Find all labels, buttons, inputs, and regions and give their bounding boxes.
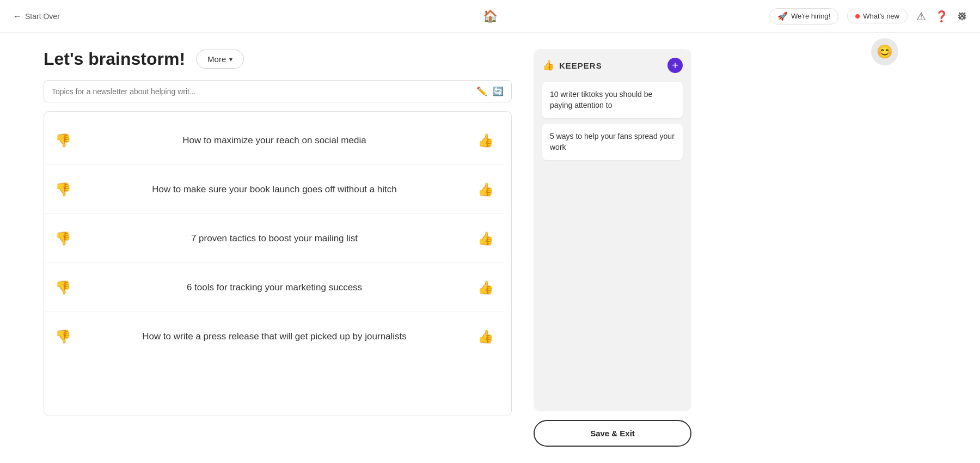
page-title: Let's brainstorm! xyxy=(44,49,185,69)
search-input[interactable] xyxy=(52,87,471,96)
main-content: Let's brainstorm! More ▾ ✏️ 🔄 👎 How to m… xyxy=(0,33,980,463)
more-button[interactable]: More ▾ xyxy=(196,50,244,69)
chevron-down-icon: ▾ xyxy=(229,56,232,63)
thumbs-up-button[interactable]: 👍 xyxy=(475,131,496,150)
thumbs-down-button[interactable]: 👎 xyxy=(53,278,74,297)
topic-text: How to make sure your book launch goes o… xyxy=(82,183,467,196)
topic-item: 👎 7 proven tactics to boost your mailing… xyxy=(44,214,505,263)
thumbs-down-button[interactable]: 👎 xyxy=(53,131,74,150)
start-over-button[interactable]: ← Start Over xyxy=(13,11,60,21)
topic-text: How to write a press release that will g… xyxy=(82,330,467,343)
save-exit-button[interactable]: Save & Exit xyxy=(534,420,691,447)
top-navigation: ← Start Over 🏠 🚀 We're hiring! What's ne… xyxy=(0,0,980,33)
thumbs-up-button[interactable]: 👍 xyxy=(475,229,496,248)
topic-text: How to maximize your reach on social med… xyxy=(82,134,467,147)
edit-icon[interactable]: ✏️ xyxy=(476,86,487,96)
right-panel: 👍 KEEPERS + 10 writer tiktoks you should… xyxy=(534,49,691,447)
start-over-label: Start Over xyxy=(25,12,60,21)
topic-item: 👎 6 tools for tracking your marketing su… xyxy=(44,263,505,312)
keepers-header: 👍 KEEPERS + xyxy=(542,58,683,73)
home-icon[interactable]: 🏠 xyxy=(483,9,498,23)
keepers-panel: 👍 KEEPERS + 10 writer tiktoks you should… xyxy=(534,49,691,411)
topics-container: 👎 How to maximize your reach on social m… xyxy=(44,111,512,416)
whats-new-button[interactable]: What's new xyxy=(847,9,908,23)
more-label: More xyxy=(207,54,226,64)
rocket-icon: 🚀 xyxy=(777,11,788,21)
thumbs-up-button[interactable]: 👍 xyxy=(475,278,496,297)
search-bar: ✏️ 🔄 xyxy=(44,80,512,102)
back-arrow-icon: ← xyxy=(13,11,22,21)
hiring-label: We're hiring! xyxy=(791,12,830,20)
topic-item: 👎 How to maximize your reach on social m… xyxy=(44,116,505,165)
topics-scroll[interactable]: 👎 How to maximize your reach on social m… xyxy=(44,112,511,416)
thumbs-down-button[interactable]: 👎 xyxy=(53,229,74,248)
notification-dot xyxy=(855,14,860,19)
hiring-button[interactable]: 🚀 We're hiring! xyxy=(769,8,838,25)
whats-new-label: What's new xyxy=(863,12,899,20)
thumbs-down-button[interactable]: 👎 xyxy=(53,180,74,199)
hand-icon: 👍 xyxy=(542,59,555,71)
keepers-label: KEEPERS xyxy=(559,61,602,70)
refresh-icon[interactable]: 🔄 xyxy=(493,86,504,96)
thumbs-down-button[interactable]: 👎 xyxy=(53,327,74,346)
keeper-card: 5 ways to help your fans spread your wor… xyxy=(542,124,683,160)
thumbs-up-button[interactable]: 👍 xyxy=(475,327,496,346)
alert-icon-button[interactable]: ⚠ xyxy=(916,10,926,23)
topic-item: 👎 How to write a press release that will… xyxy=(44,312,505,361)
nav-right-actions: 🚀 We're hiring! What's new ⚠ ❓ ⚙ ✕ xyxy=(769,8,967,25)
thumbs-up-button[interactable]: 👍 xyxy=(475,180,496,199)
topic-text: 7 proven tactics to boost your mailing l… xyxy=(82,232,467,245)
left-panel: Let's brainstorm! More ▾ ✏️ 🔄 👎 How to m… xyxy=(44,49,512,447)
close-button[interactable]: ✕ xyxy=(957,9,967,23)
help-icon-button[interactable]: ❓ xyxy=(935,10,948,23)
keepers-title: 👍 KEEPERS xyxy=(542,59,602,71)
keeper-card: 10 writer tiktoks you should be paying a… xyxy=(542,82,683,118)
page-header: Let's brainstorm! More ▾ xyxy=(44,49,512,69)
add-keeper-button[interactable]: + xyxy=(667,58,683,73)
topic-text: 6 tools for tracking your marketing succ… xyxy=(82,281,467,294)
topic-item: 👎 How to make sure your book launch goes… xyxy=(44,165,505,214)
